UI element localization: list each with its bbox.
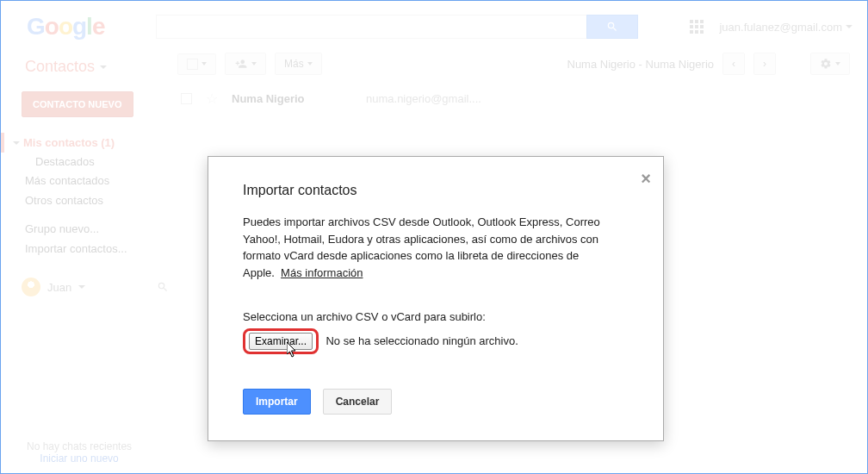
dialog-title: Importar contactos [243,183,629,198]
page-title: Numa Nigerio - Numa Nigerio [567,58,715,71]
caret-down-icon [13,141,20,145]
search-button[interactable] [586,15,638,39]
caret-down-icon [78,285,85,289]
star-icon[interactable]: ☆ [206,90,218,107]
avatar [22,278,40,296]
sidebar-item-my-contacts[interactable]: Mis contactos (1) [1,133,169,153]
more-info-link[interactable]: Más información [281,266,363,279]
caret-down-icon [202,62,207,65]
select-file-label: Selecciona un archivo CSV o vCard para s… [243,310,629,323]
add-to-group-button[interactable] [225,53,266,75]
new-contact-button[interactable]: CONTACTO NUEVO [22,91,133,117]
contact-name: Numa Nigerio [232,92,352,105]
search-input[interactable] [156,15,586,39]
settings-button[interactable] [810,53,850,75]
import-button[interactable]: Importar [243,389,311,415]
google-logo: Google [27,13,104,41]
search-icon [606,21,618,33]
sidebar-item-starred[interactable]: Destacados [13,153,169,171]
apps-icon[interactable] [690,20,704,34]
row-checkbox[interactable] [181,93,192,104]
close-icon[interactable]: × [641,169,651,189]
select-all-checkbox[interactable] [177,53,216,75]
browse-button[interactable]: Examinar... [249,333,313,350]
no-file-label: No se ha seleccionado ningún archivo. [326,334,518,347]
caret-down-icon [251,62,257,65]
sidebar-item-new-group[interactable]: Grupo nuevo... [13,219,169,239]
prev-button[interactable]: ‹ [722,53,745,75]
more-menu[interactable]: Más [275,53,322,75]
contacts-heading[interactable]: Contactos [25,58,169,76]
gear-icon [820,58,832,70]
person-add-icon [234,58,248,70]
no-chats-label: No hay chats recientes [27,440,132,452]
account-menu[interactable]: juan.fulanez@gmail.com [719,21,852,34]
caret-down-icon [307,62,313,65]
sidebar-item-other[interactable]: Otros contactos [13,190,169,210]
browse-highlight: Examinar... [243,328,319,354]
dialog-body: Puedes importar archivos CSV desde Outlo… [243,214,629,281]
contact-email: numa.nigerio@gmail.... [366,92,481,105]
start-chat-link[interactable]: Iniciar uno nuevo [27,452,132,465]
caret-down-icon [846,25,852,28]
cursor-icon [287,342,301,359]
next-button[interactable]: › [753,53,776,75]
search-icon[interactable] [157,281,169,293]
import-contacts-dialog: × Importar contactos Puedes importar arc… [208,156,664,441]
sidebar-item-import[interactable]: Importar contactos... [13,239,169,259]
profile-name: Juan [47,281,71,294]
sidebar-item-most-contacted[interactable]: Más contactados [13,171,169,190]
caret-down-icon [835,62,840,65]
cancel-button[interactable]: Cancelar [323,389,393,415]
caret-down-icon [100,65,107,69]
table-row[interactable]: ☆ Numa Nigerio numa.nigerio@gmail.... [169,85,867,112]
